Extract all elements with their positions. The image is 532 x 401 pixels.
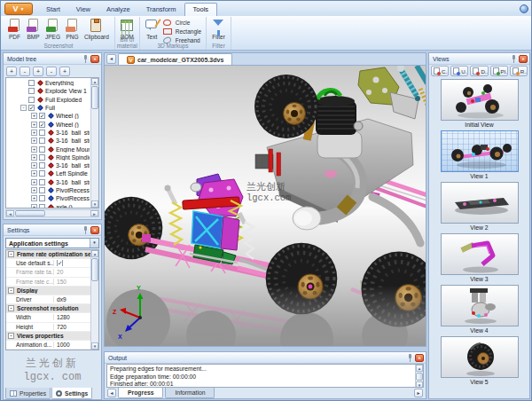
checkbox[interactable] — [57, 260, 63, 266]
checkbox[interactable] — [39, 187, 45, 193]
scroll-down-icon[interactable] — [91, 200, 98, 208]
jpeg-export-button[interactable]: JPEG — [43, 18, 63, 41]
application-menu-button[interactable]: V ▼ — [4, 3, 33, 15]
scroll-up-icon[interactable] — [91, 250, 98, 257]
settings-row[interactable]: Frame rate ta...20 — [6, 268, 90, 277]
view-thumbnail[interactable] — [441, 285, 519, 326]
checkbox[interactable] — [39, 204, 45, 208]
expander-icon[interactable] — [31, 195, 37, 201]
checkbox[interactable] — [28, 105, 35, 111]
view-item-4[interactable]: View 4 — [441, 285, 519, 335]
checkbox[interactable] — [28, 88, 35, 94]
scrollbar-thumb[interactable] — [416, 373, 423, 381]
tab-settings[interactable]: Settings — [51, 388, 92, 399]
settings-row[interactable]: Use default s... — [6, 259, 90, 268]
tree-item[interactable]: Wheel () — [7, 120, 90, 128]
tree-item[interactable]: PivotRecession2 ( — [7, 194, 90, 202]
tree-item[interactable]: Wheel () — [7, 112, 90, 120]
filter-button[interactable]: Filter — [209, 18, 228, 41]
tree-item[interactable]: 3-16_ball_stud () — [7, 129, 90, 137]
settings-row[interactable]: Frame rate c...150 — [6, 278, 90, 287]
settings-row[interactable]: Height720 — [6, 323, 90, 332]
text-markup-button[interactable]: Text — [143, 18, 161, 41]
tree-horizontal-scrollbar[interactable] — [5, 209, 99, 217]
tree-item[interactable]: Full Exploded — [7, 96, 90, 104]
expand-level-button[interactable] — [59, 67, 70, 76]
scroll-up-icon[interactable] — [416, 365, 423, 372]
pin-icon[interactable] — [83, 55, 88, 63]
checkbox[interactable] — [39, 138, 45, 144]
scroll-down-icon[interactable] — [91, 342, 98, 350]
collapse-selected-button[interactable] — [46, 67, 57, 76]
ribbon-tab-transform[interactable]: Transform — [138, 4, 184, 16]
scroll-up-icon[interactable] — [91, 78, 98, 85]
output-log[interactable]: Preparing edges for measurement... Edge … — [106, 364, 424, 388]
tab-scroll-left-icon[interactable]: ◄ — [107, 389, 116, 397]
settings-category-dropdown[interactable]: Application settings — [5, 238, 99, 248]
rectangle-markup-button[interactable]: Rectangle — [161, 28, 203, 35]
scrollbar-thumb[interactable] — [91, 86, 98, 109]
tree-item[interactable]: Left Spindle () — [7, 169, 90, 177]
view-thumbnail[interactable] — [441, 79, 519, 121]
view-item-1[interactable]: View 1 — [441, 130, 519, 181]
png-export-button[interactable]: PNG — [63, 18, 82, 41]
expander-icon[interactable] — [31, 138, 37, 144]
expander-icon[interactable] — [8, 251, 14, 257]
document-tab[interactable]: V car_modelcar_GTX2005.3dvs — [118, 53, 232, 65]
play-views-button[interactable]: Pl... — [490, 66, 508, 76]
settings-row[interactable]: Width1280 — [6, 313, 90, 322]
clipboard-button[interactable]: Clipboard — [82, 18, 112, 41]
expand-all-button[interactable] — [6, 67, 17, 76]
close-icon[interactable] — [519, 55, 528, 63]
expander-icon[interactable] — [31, 130, 37, 136]
settings-group-row[interactable]: Views properties — [6, 332, 90, 341]
scrollbar-thumb[interactable] — [15, 210, 45, 216]
tab-progress[interactable]: Progress — [118, 388, 163, 398]
collapse-all-button[interactable] — [20, 67, 30, 76]
expander-icon[interactable] — [31, 162, 37, 169]
tab-scroll-right-icon[interactable]: ► — [414, 389, 423, 397]
tree-item[interactable]: axle () — [7, 202, 90, 208]
tree-vertical-scrollbar[interactable] — [90, 78, 98, 208]
view-thumbnail[interactable] — [441, 182, 519, 224]
checkbox[interactable] — [39, 146, 45, 153]
expander-icon[interactable] — [20, 105, 27, 111]
ribbon-tab-start[interactable]: Start — [38, 4, 68, 16]
tree-item[interactable]: PivotRecession2 ( — [7, 186, 90, 194]
scrollbar-thumb[interactable] — [91, 258, 98, 281]
tab-information[interactable]: Information — [165, 388, 215, 398]
tree-item[interactable]: Everything — [7, 79, 90, 87]
chevron-down-icon[interactable] — [90, 239, 98, 248]
checkbox[interactable] — [39, 130, 45, 136]
expander-icon[interactable] — [31, 122, 37, 128]
expander-icon[interactable] — [31, 154, 37, 161]
pin-icon[interactable] — [83, 226, 88, 234]
expander-icon[interactable] — [8, 287, 14, 294]
view-item-3[interactable]: View 3 — [441, 233, 519, 284]
ribbon-tab-tools[interactable]: Tools — [184, 3, 218, 16]
expander-icon[interactable] — [31, 146, 37, 153]
tab-properties[interactable]: Properties — [5, 388, 51, 399]
checkbox[interactable] — [39, 113, 45, 119]
expander-icon[interactable] — [31, 113, 37, 119]
checkbox[interactable] — [28, 80, 35, 86]
help-icon[interactable] — [520, 4, 528, 13]
checkbox[interactable] — [39, 179, 45, 185]
checkbox[interactable] — [39, 170, 45, 177]
expander-icon[interactable] — [31, 187, 37, 193]
expander-icon[interactable] — [8, 333, 14, 339]
close-icon[interactable] — [90, 55, 99, 63]
tree-item[interactable]: Right Spindle () — [7, 153, 90, 161]
scroll-down-icon[interactable] — [416, 381, 423, 388]
pdf-export-button[interactable]: PDF — [5, 18, 24, 41]
ribbon-tab-view[interactable]: View — [68, 4, 98, 16]
rename-view-button[interactable]: R... — [510, 66, 528, 76]
tree-item[interactable]: Full — [7, 104, 90, 112]
checkbox[interactable] — [28, 97, 35, 103]
update-view-button[interactable]: U... — [450, 66, 468, 76]
create-view-button[interactable]: C... — [431, 66, 449, 76]
checkbox[interactable] — [39, 162, 45, 169]
settings-group-row[interactable]: Display — [6, 287, 90, 295]
scroll-right-icon[interactable] — [90, 210, 98, 216]
settings-row[interactable]: Animation d...1000 — [6, 341, 90, 350]
